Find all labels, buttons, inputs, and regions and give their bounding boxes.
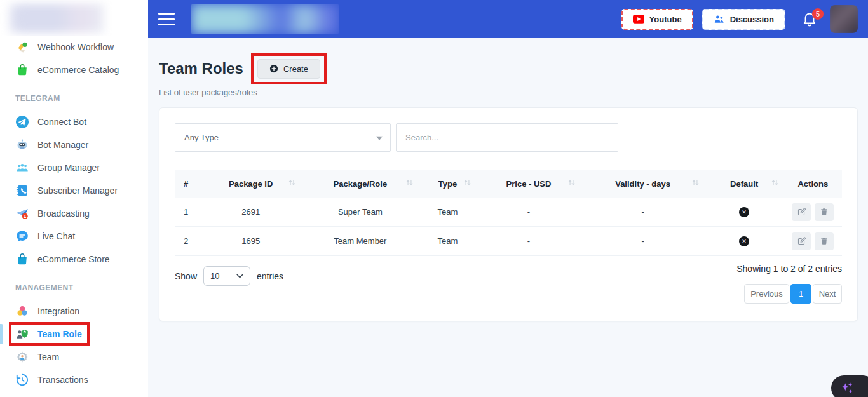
type-value: Team — [419, 227, 476, 255]
sort-icon — [463, 178, 471, 189]
user-shield-icon — [15, 327, 29, 341]
header-logo-blur — [191, 4, 339, 34]
sidebar-item-bot-manager[interactable]: Bot Manager — [0, 133, 148, 156]
sidebar-item-broadcasting[interactable]: 1 Broadcasting — [0, 202, 148, 225]
package-id: 2691 — [200, 198, 302, 226]
team-roles-table: # Package ID Package/Role Type Price — [175, 170, 842, 256]
sort-icon — [567, 178, 576, 189]
chat-bubble-icon — [15, 229, 29, 243]
entries-label: entries — [257, 271, 283, 281]
edit-button[interactable] — [792, 203, 811, 221]
next-page-button[interactable]: Next — [813, 284, 842, 304]
caret-down-icon — [376, 133, 383, 142]
topbar-actions: Youtube Discussion 5 — [621, 5, 868, 33]
sidebar-item-connect-bot[interactable]: Connect Bot — [0, 111, 148, 133]
page-subtitle: List of user packages/roles — [159, 88, 858, 97]
sidebar-item-label: eCommerce Catalog — [37, 65, 119, 75]
notification-bell[interactable]: 5 — [802, 11, 817, 27]
column-label: Validity - days — [615, 179, 670, 189]
color-circles-icon — [15, 304, 29, 318]
ai-assistant-button[interactable] — [831, 375, 868, 397]
sidebar-item-label: Live Chat — [37, 231, 75, 241]
default-cell: ✕ — [705, 198, 784, 226]
top-navbar: Youtube Discussion 5 — [148, 0, 868, 38]
create-button-wrap: Create — [257, 59, 320, 79]
pagination-area: Showing 1 to 2 of 2 entries Previous 1 N… — [736, 266, 842, 304]
sidebar-item-label: Transactions — [37, 375, 88, 385]
column-header-package-role[interactable]: Package/Role — [301, 170, 419, 198]
row-number: 1 — [175, 198, 200, 226]
package-role: Super Team — [301, 198, 419, 226]
package-role: Team Member — [301, 227, 419, 255]
page-size-control: Show 10 entries — [175, 266, 283, 286]
sidebar-item-live-chat[interactable]: Live Chat — [0, 225, 148, 248]
section-label-telegram: TELEGRAM — [15, 94, 148, 103]
sidebar-item-team-role[interactable]: Team Role — [0, 323, 148, 346]
filters-row: Any Type — [175, 123, 842, 152]
plus-circle-icon — [269, 64, 278, 73]
section-label-management: MANAGEMENT — [15, 283, 148, 292]
sidebar-item-transactions[interactable]: Transactions — [0, 368, 148, 391]
page-1-button[interactable]: 1 — [790, 284, 811, 304]
type-value: Team — [419, 198, 476, 226]
validity-value: - — [581, 198, 704, 226]
column-header-default[interactable]: Default — [705, 170, 784, 198]
sidebar-item-label: Group Manager — [37, 163, 100, 173]
user-gear-icon — [15, 350, 29, 364]
sidebar-item-label: Webhook Workflow — [37, 42, 114, 52]
sidebar-item-label: Team — [37, 352, 59, 362]
delete-button[interactable] — [815, 203, 834, 221]
sidebar-item-webhook-workflow[interactable]: Webhook Workflow — [0, 36, 148, 58]
column-header-type[interactable]: Type — [419, 170, 476, 198]
sidebar-item-label: Broadcasting — [37, 208, 90, 219]
main-content: Team Roles Create List of user packages/… — [148, 38, 868, 397]
sidebar-item-team[interactable]: Team — [0, 346, 148, 368]
type-filter-select[interactable]: Any Type — [175, 123, 391, 152]
chevron-down-icon — [236, 274, 243, 278]
user-avatar[interactable] — [830, 5, 858, 33]
showing-entries-text: Showing 1 to 2 of 2 entries — [736, 264, 842, 274]
column-label: Package ID — [229, 179, 273, 189]
actions-cell — [784, 227, 842, 255]
create-button[interactable]: Create — [257, 59, 320, 79]
create-label: Create — [283, 64, 308, 74]
sidebar-item-label: Bot Manager — [37, 140, 88, 150]
validity-value: - — [581, 227, 704, 255]
show-label: Show — [175, 271, 197, 281]
price-value: - — [477, 227, 581, 255]
previous-page-button[interactable]: Previous — [744, 284, 789, 304]
page-size-select[interactable]: 10 — [203, 266, 250, 286]
sort-icon — [771, 178, 779, 189]
sidebar: Webhook Workflow eCommerce Catalog TELEG… — [0, 0, 148, 397]
delete-button[interactable] — [815, 232, 834, 250]
search-input[interactable] — [396, 123, 618, 152]
avatar-blurred-image — [830, 5, 858, 33]
sort-icon — [691, 178, 700, 189]
svg-text:1: 1 — [24, 214, 27, 219]
default-cell: ✕ — [705, 227, 784, 255]
sidebar-item-group-manager[interactable]: Group Manager — [0, 156, 148, 179]
sidebar-item-subscriber-manager[interactable]: Subscriber Manager — [0, 179, 148, 202]
column-header-price[interactable]: Price - USD — [477, 170, 581, 198]
edit-button[interactable] — [792, 232, 811, 250]
column-label: Type — [438, 179, 457, 189]
youtube-button[interactable]: Youtube — [621, 9, 693, 30]
hamburger-menu-icon[interactable] — [158, 13, 175, 25]
discussion-button[interactable]: Discussion — [702, 9, 785, 30]
column-label: Price - USD — [506, 179, 552, 189]
sidebar-item-ecommerce-store[interactable]: eCommerce Store — [0, 248, 148, 271]
not-default-icon[interactable]: ✕ — [739, 207, 749, 217]
row-number: 2 — [175, 227, 200, 255]
type-filter-value: Any Type — [184, 133, 219, 142]
youtube-label: Youtube — [649, 15, 682, 24]
sidebar-item-integration[interactable]: Integration — [0, 300, 148, 323]
package-id: 1695 — [200, 227, 302, 255]
active-indicator — [0, 324, 3, 344]
not-default-icon[interactable]: ✕ — [739, 236, 749, 246]
header-blurred-logo — [191, 4, 339, 34]
sidebar-item-ecommerce-catalog[interactable]: eCommerce Catalog — [0, 58, 148, 81]
youtube-icon — [633, 15, 644, 24]
column-header-validity[interactable]: Validity - days — [581, 170, 704, 198]
column-header-package-id[interactable]: Package ID — [200, 170, 302, 198]
discussion-label: Discussion — [730, 15, 774, 24]
